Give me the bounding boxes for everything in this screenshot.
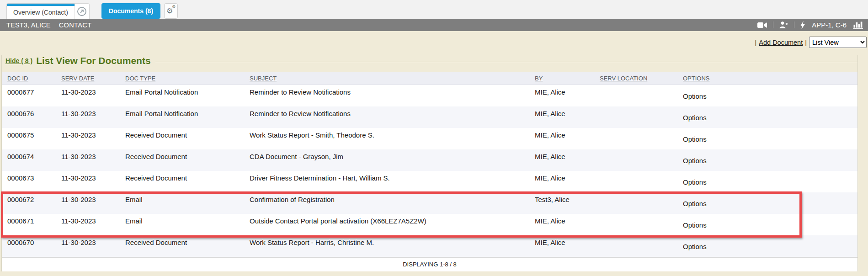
column-header-by[interactable]: BY [529, 72, 594, 85]
doc-type-cell: Received Document [120, 235, 244, 257]
by-cell: Test3, Alice [529, 192, 594, 214]
serv-location-cell [594, 85, 677, 106]
doc-type-cell: Email [120, 192, 244, 214]
doc-id-cell: 0000675 [2, 128, 56, 149]
serv-date-cell: 11-30-2023 [56, 235, 120, 257]
subject-cell: Confirmation of Registration [244, 192, 529, 214]
person-add-icon[interactable] [779, 21, 788, 29]
column-header-subject[interactable]: SUBJECT [244, 72, 529, 85]
serv-date-cell: 11-30-2023 [56, 214, 120, 235]
serv-location-cell [594, 214, 677, 235]
video-camera-icon[interactable] [757, 21, 767, 29]
options-button[interactable]: Options [677, 235, 857, 257]
tab-overview: Overview (Contact) [6, 3, 90, 19]
serv-date-cell: 11-30-2023 [56, 85, 120, 106]
serv-date-cell: 11-30-2023 [56, 128, 120, 149]
options-button[interactable]: Options [677, 149, 857, 171]
by-cell: MIE, Alice [529, 235, 594, 257]
options-button[interactable]: Options [677, 171, 857, 192]
context-label: CONTACT [59, 21, 92, 29]
divider [794, 21, 794, 28]
subject-cell: CDA Document - Grayson, Jim [244, 149, 529, 171]
settings-gear-icon[interactable]: ⚙ ⚙ [164, 3, 178, 19]
options-button[interactable]: Options [677, 128, 857, 149]
column-header-serv-location[interactable]: SERV LOCATION [594, 72, 677, 85]
patient-title-bar: TEST3, ALICE CONTACT APP-1, C-6 [0, 19, 868, 31]
doc-type-cell: Email Portal Notification [120, 106, 244, 128]
table-row[interactable]: 0000671 11-30-2023 Email Outside Contact… [2, 214, 857, 235]
options-button[interactable]: Options [677, 85, 857, 106]
doc-type-cell: Email Portal Notification [120, 85, 244, 106]
table-row[interactable]: 0000676 11-30-2023 Email Portal Notifica… [2, 106, 857, 128]
serv-location-cell [594, 235, 677, 257]
subject-cell: Reminder to Review Notifications [244, 85, 529, 106]
popout-icon[interactable] [75, 4, 89, 19]
subject-cell: Work Status Report - Harris, Christine M… [244, 235, 529, 257]
documents-panel: Hide ( 8 ) List View For Documents DOC I… [1, 55, 858, 271]
doc-type-cell: Received Document [120, 149, 244, 171]
serv-date-cell: 11-30-2023 [56, 171, 120, 192]
hide-toggle-link[interactable]: Hide ( 8 ) [5, 57, 32, 64]
table-row[interactable]: 0000673 11-30-2023 Received Document Dri… [2, 171, 857, 192]
gear-small-icon: ⚙ [172, 5, 176, 9]
patient-name: TEST3, ALICE [6, 21, 51, 29]
column-header-doc-id[interactable]: DOC ID [2, 72, 56, 85]
serv-location-cell [594, 128, 677, 149]
doc-type-cell: Email [120, 214, 244, 235]
column-header-serv-date[interactable]: SERV DATE [56, 72, 120, 85]
table-row[interactable]: 0000674 11-30-2023 Received Document CDA… [2, 149, 857, 171]
table-row[interactable]: 0000672 11-30-2023 Email Confirmation of… [2, 192, 857, 214]
doc-type-cell: Received Document [120, 128, 244, 149]
column-header-options[interactable]: OPTIONS [677, 72, 857, 85]
page-title: List View For Documents [36, 55, 151, 66]
by-cell: MIE, Alice [529, 128, 594, 149]
view-mode-select[interactable]: List View [809, 37, 867, 48]
subject-cell: Outside Contact Portal portal activation… [244, 214, 529, 235]
options-button[interactable]: Options [677, 192, 857, 214]
doc-id-cell: 0000674 [2, 149, 56, 171]
app-context-label: APP-1, C-6 [812, 21, 847, 29]
by-cell: MIE, Alice [529, 149, 594, 171]
by-cell: MIE, Alice [529, 214, 594, 235]
subject-cell: Reminder to Review Notifications [244, 106, 529, 128]
doc-id-cell: 0000677 [2, 85, 56, 106]
doc-id-cell: 0000672 [2, 192, 56, 214]
doc-id-cell: 0000676 [2, 106, 56, 128]
legend-divider [155, 62, 857, 62]
paging-status: DISPLAYING 1-8 / 8 [2, 257, 857, 271]
serv-location-cell [594, 192, 677, 214]
documents-table: DOC ID SERV DATE DOC TYPE SUBJECT BY SER… [2, 72, 857, 271]
by-cell: MIE, Alice [529, 85, 594, 106]
doc-id-cell: 0000670 [2, 235, 56, 257]
serv-location-cell [594, 149, 677, 171]
divider [773, 21, 773, 28]
tab-overview-group: Overview (Contact) [6, 3, 90, 19]
serv-date-cell: 11-30-2023 [56, 149, 120, 171]
subject-cell: Work Status Report - Smith, Theodore S. [244, 128, 529, 149]
lightning-bolt-icon[interactable] [800, 21, 805, 29]
table-row[interactable]: 0000675 11-30-2023 Received Document Wor… [2, 128, 857, 149]
table-body: 0000677 11-30-2023 Email Portal Notifica… [2, 85, 857, 257]
serv-date-cell: 11-30-2023 [56, 106, 120, 128]
document-toolbar: | Add Document | List View [0, 37, 867, 48]
serv-location-cell [594, 171, 677, 192]
serv-date-cell: 11-30-2023 [56, 192, 120, 214]
doc-type-cell: Received Document [120, 171, 244, 192]
options-button[interactable]: Options [677, 106, 857, 128]
tab-overview-label[interactable]: Overview (Contact) [7, 4, 75, 19]
by-cell: MIE, Alice [529, 106, 594, 128]
tab-documents[interactable]: Documents (8) [101, 3, 160, 19]
panel-legend: Hide ( 8 ) List View For Documents [2, 55, 857, 66]
doc-id-cell: 0000671 [2, 214, 56, 235]
subject-cell: Driver Fitness Determination - Hart, Wil… [244, 171, 529, 192]
table-row[interactable]: 0000677 11-30-2023 Email Portal Notifica… [2, 85, 857, 106]
pipe-separator: | [805, 39, 807, 46]
table-row[interactable]: 0000670 11-30-2023 Received Document Wor… [2, 235, 857, 257]
bar-chart-icon[interactable] [853, 21, 863, 29]
serv-location-cell [594, 106, 677, 128]
add-document-link[interactable]: Add Document [759, 39, 803, 46]
tab-bar: Overview (Contact) Documents (8) ⚙ ⚙ [0, 0, 868, 19]
column-header-doc-type[interactable]: DOC TYPE [120, 72, 244, 85]
options-button[interactable]: Options [677, 214, 857, 235]
table-header-row: DOC ID SERV DATE DOC TYPE SUBJECT BY SER… [2, 72, 857, 85]
